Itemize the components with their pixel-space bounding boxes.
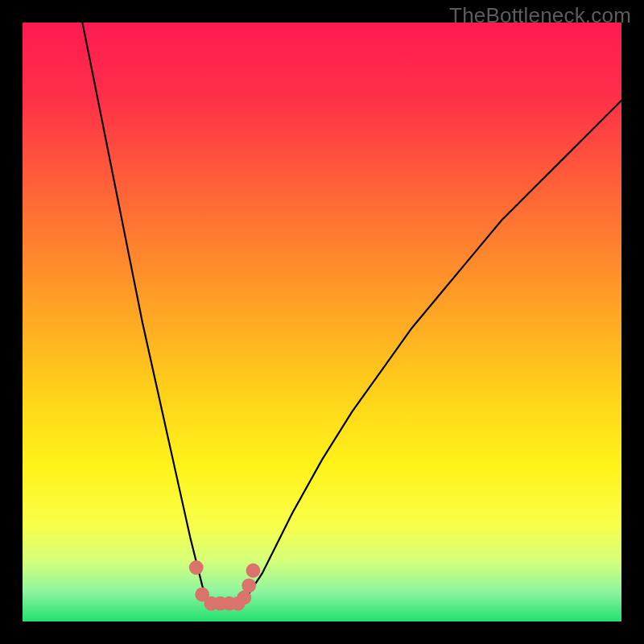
watermark-text: TheBottleneck.com <box>449 3 631 28</box>
marker-dot <box>242 578 256 592</box>
marker-dot <box>189 560 204 575</box>
marker-dot <box>246 564 261 578</box>
chart-frame: TheBottleneck.com <box>0 0 644 644</box>
plot-svg <box>23 23 621 621</box>
plot-area <box>23 23 621 621</box>
gradient-background <box>23 23 621 621</box>
